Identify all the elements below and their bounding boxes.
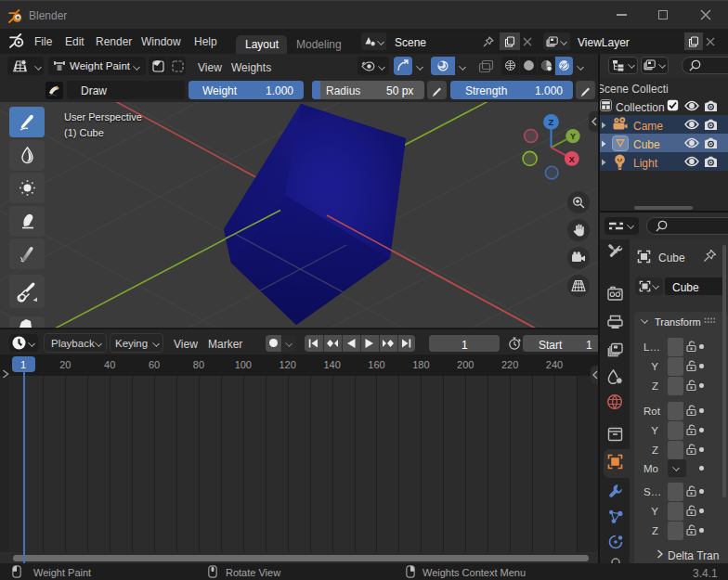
svg-text:Z: Z (549, 117, 554, 127)
svg-text:Y: Y (570, 132, 576, 141)
svg-text:X: X (569, 155, 575, 164)
